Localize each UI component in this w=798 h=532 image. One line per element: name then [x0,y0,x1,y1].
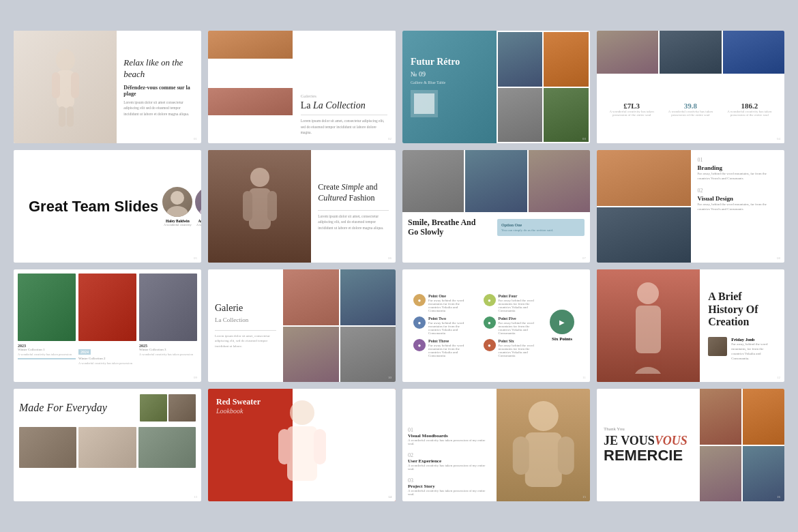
slide-5-avatar1 [162,187,192,217]
slide-10-img3 [283,327,339,383]
svg-rect-3 [71,72,79,98]
slide-1-title: Relax like on the beach [123,57,194,80]
slide-2-label: Galeries [301,93,387,99]
slide-13: Made For Everyday 13 [14,389,201,501]
slide-6-title: Create Simple andCultured Fashion [318,182,389,203]
slide-12-content: A Brief History Of Creation Friday Jonb … [700,269,784,382]
slide-7-option-label: Option One [501,223,580,227]
slide-16-thankyou: Thank You [604,426,693,432]
slide-12-person-name: Friday Jonb [731,337,776,342]
slide-13-img3 [19,427,76,468]
slide-3-number: № 09 [411,70,488,78]
slide-15-label2: User Experience [408,458,491,464]
slide-7-content: Smile, Breathe And Go Slowly Option One … [402,212,590,243]
slide-15-item1: 01 Visual Moodboards A wonderful creativ… [408,427,491,445]
slide-7-img2 [465,150,527,212]
slide-15-desc1: A wonderful creativity has taken possess… [408,439,491,445]
slide-13-title: Made For Everyday [19,401,137,414]
slide-12-person-desc: Far away, behind the word mountains, far… [731,342,776,361]
slide-15-image [497,389,591,501]
slide-6: Create Simple andCultured Fashion Lorem … [208,150,396,263]
slide-10: Galerie La Collection Lorem ipsum dolor … [208,269,396,382]
slide-8-num1: 01 [698,157,778,163]
slide-4-stat3: 186.2 [720,102,779,110]
slide-4: £7L3 A wonderful creativity has taken po… [597,31,784,143]
slide-3-swatch [411,90,438,117]
slide-16-content: Thank You JE VOUSVOUS REMERCIE [597,389,700,501]
slide-11-point3: ● Point Three Far away behind the word m… [413,339,470,357]
slide-13-num: 13 [194,495,197,499]
slide-5: Great Team Slides Haley Baldwin A wonder… [14,150,201,263]
slide-11-point2: ● Point Two Far away behind the word mou… [413,316,470,335]
slide-15-label3: Project Story [408,484,491,489]
slide-11-icon3: ● [413,339,426,351]
slide-11-icon4: ● [484,294,496,306]
slide-11-desc5: Far away behind the word mountains far f… [499,321,540,335]
slide-2-body: Lorem ipsum dolor sit amet, consectetur … [301,118,387,135]
slide-3-img1 [498,32,543,87]
slide-15-num: 15 [582,495,586,499]
slide-15-desc2: A wonderful creativity has taken possess… [408,464,491,471]
slide-11-center-label: Six Points [552,336,572,342]
svg-point-19 [290,400,314,425]
svg-point-6 [171,191,184,205]
slide-9-labels: 2023 Winter Collection 1 A wonderful cre… [18,344,197,365]
slide-8-num: 08 [777,256,780,260]
svg-rect-17 [636,306,661,353]
slide-12-person: Friday Jonb Far away, behind the word mo… [708,337,776,361]
slide-9-col2: 2024 Winter Collection 2 A wonderful cre… [78,344,136,365]
slide-15-item2: 02 User Experience A wonderful creativit… [408,452,491,471]
slide-11-label2: Point Two [428,316,470,321]
svg-rect-2 [52,72,60,98]
slide-10-body: Lorem ipsum dolor sit amet, consectetur … [215,334,276,349]
slide-5-num: 05 [194,256,197,260]
slide-3-right [497,31,591,143]
slide-8-item2: 02 Visual Design Far away, behind the wo… [698,188,778,211]
slide-16-img1 [700,389,741,445]
slide-11-label5: Point Five [499,316,540,321]
slide-14: Red Sweater Lookbook 14 [208,389,396,501]
svg-rect-25 [512,437,529,475]
slide-16: Thank You JE VOUSVOUS REMERCIE 16 [597,389,784,501]
slide-10-content: Galerie La Collection Lorem ipsum dolor … [208,269,283,382]
slide-8-img2 [597,207,691,263]
slide-1-num: 01 [194,137,197,141]
slide-13-header: Made For Everyday [19,394,196,422]
svg-point-12 [250,168,269,187]
slide-12: A Brief History Of Creation Friday Jonb … [597,269,784,382]
slide-16-img4 [743,446,784,502]
slide-14-subtitle: Lookbook [216,407,261,415]
slide-11-desc4: Far away behind the word mountains far f… [499,299,540,312]
slide-11-point6: ● Point Six Far away behind the word mou… [484,339,540,357]
slide-16-images [700,389,784,501]
svg-rect-26 [557,437,574,475]
slide-9-images [18,274,197,341]
slide-2-img1 [208,31,293,59]
slide-11-point4: ● Point Four Far away behind the word mo… [484,294,540,312]
slide-16-img3 [700,446,741,502]
svg-rect-21 [278,429,291,464]
slide-7-title: Smile, Breathe And Go Slowly [408,218,487,237]
slide-3-title: Futur Rétro [411,57,488,68]
slide-5-people: Haley Baldwin A wonderful creativity Ari… [162,187,201,226]
slide-9-num: 09 [194,376,197,379]
slide-4-img1 [597,31,658,74]
slide-13-img5 [138,427,196,468]
slide-11-icon1: ● [413,294,426,306]
slide-2-img2 [208,88,293,116]
slide-7-option-body: You can simply do as the written said. [501,228,580,232]
slide-4-img3 [723,31,784,74]
slide-5-title: Great Team Slides [29,199,158,214]
slide-5-desc1: A wonderful creativity [164,223,192,226]
slide-4-stat1: £7L3 [602,102,661,110]
slide-8-label1: Branding [698,164,778,171]
slide-5-title-block: Great Team Slides [29,199,158,214]
slide-13-bottom-imgs [19,427,196,496]
slide-10-label: Galerie [215,303,276,314]
slide-9-col3: 2025 Winter Collection 3 A wonderful cre… [139,344,197,365]
slide-10-num: 10 [388,376,391,379]
svg-rect-15 [267,191,277,221]
slide-11-point1: ● Point One Far away behind the word mou… [413,294,470,312]
slide-11-label1: Point One [428,294,470,298]
slide-11-label6: Point Six [499,339,540,343]
